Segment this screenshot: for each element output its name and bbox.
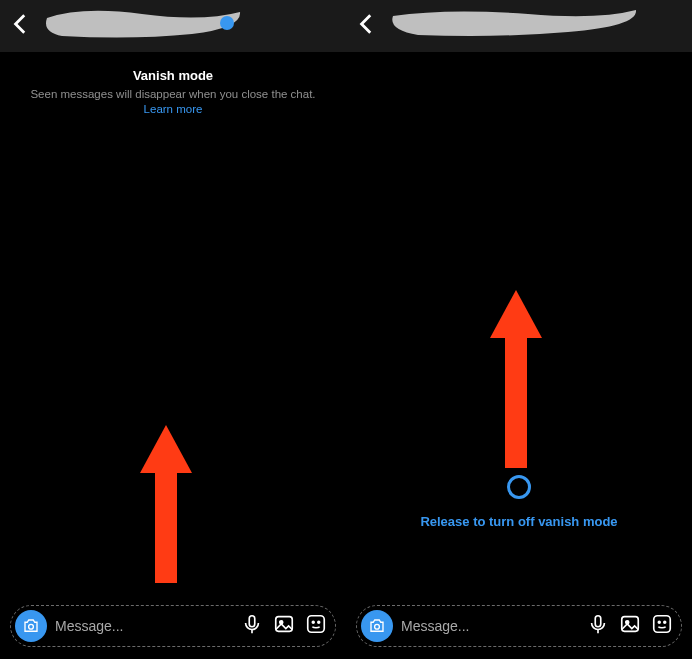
back-icon[interactable]	[8, 11, 34, 41]
vanish-mode-title: Vanish mode	[23, 68, 323, 83]
message-input[interactable]	[401, 618, 579, 634]
pull-indicator-ring-icon	[507, 475, 531, 499]
svg-rect-3	[276, 617, 293, 632]
gallery-icon[interactable]	[273, 613, 295, 639]
vanish-mode-info: Vanish mode Seen messages will disappear…	[23, 68, 323, 117]
camera-button[interactable]	[361, 610, 393, 642]
annotation-arrow-up-icon	[145, 425, 187, 583]
verified-badge-icon	[220, 16, 234, 30]
camera-button[interactable]	[15, 610, 47, 642]
svg-point-0	[29, 624, 34, 629]
message-composer	[356, 605, 682, 647]
svg-point-14	[658, 621, 660, 623]
message-input[interactable]	[55, 618, 233, 634]
microphone-icon[interactable]	[241, 613, 263, 639]
svg-rect-11	[622, 617, 639, 632]
topbar	[0, 0, 346, 52]
svg-point-7	[318, 621, 320, 623]
microphone-icon[interactable]	[587, 613, 609, 639]
vanish-mode-subtitle: Seen messages will disappear when you cl…	[23, 87, 323, 117]
gallery-icon[interactable]	[619, 613, 641, 639]
topbar	[346, 0, 692, 52]
svg-rect-5	[308, 616, 325, 633]
svg-point-6	[312, 621, 314, 623]
back-icon[interactable]	[354, 11, 380, 41]
svg-rect-1	[249, 616, 255, 627]
svg-point-8	[375, 624, 380, 629]
svg-rect-13	[654, 616, 671, 633]
redacted-username	[388, 8, 638, 42]
sticker-icon[interactable]	[305, 613, 327, 639]
sticker-icon[interactable]	[651, 613, 673, 639]
redacted-username	[42, 8, 242, 42]
release-vanish-label: Release to turn off vanish mode	[346, 514, 692, 529]
learn-more-link[interactable]: Learn more	[144, 103, 203, 115]
svg-point-15	[664, 621, 666, 623]
svg-rect-9	[595, 616, 601, 627]
message-composer	[10, 605, 336, 647]
annotation-arrow-up-icon	[495, 290, 537, 468]
